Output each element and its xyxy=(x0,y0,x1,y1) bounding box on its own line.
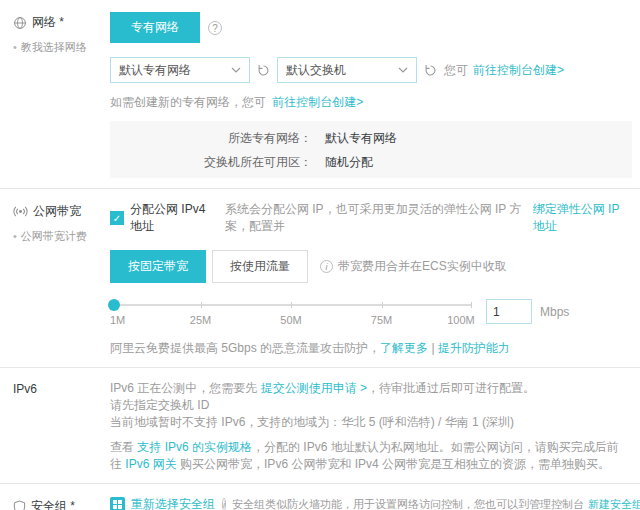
ipv6-title: IPv6 xyxy=(13,382,102,396)
create-vpc-hint-text: 如需创建新的专有网络，您可 xyxy=(110,95,266,109)
ipv6-gateway-link[interactable]: IPv6 网关 xyxy=(125,457,176,471)
boost-protection-link[interactable]: 提升防护能力 xyxy=(438,341,510,355)
ipv6-content: IPv6 正在公测中，您需要先 提交公测使用申请 >，待审批通过后即可进行配置。… xyxy=(102,368,640,483)
can-create-text: 您可 xyxy=(444,62,468,79)
bandwidth-value-input[interactable] xyxy=(486,299,532,324)
fixed-bandwidth-tab[interactable]: 按固定带宽 xyxy=(110,250,206,283)
tick-100m: 100M xyxy=(447,314,475,326)
vswitch-select-value: 默认交换机 xyxy=(286,62,346,79)
vpc-summary-box: 所选专有网络： 默认专有网络 交换机所在可用区： 随机分配 xyxy=(110,121,632,178)
vpc-select-value: 默认专有网络 xyxy=(119,62,191,79)
security-group-label-column: 安全组 * •安全组限制 •配置安全组 xyxy=(0,484,102,510)
bandwidth-title-text: 公网带宽 xyxy=(33,203,81,220)
section-ipv6: IPv6 IPv6 正在公测中，您需要先 提交公测使用申请 >，待审批通过后即可… xyxy=(0,367,640,483)
assign-ipv4-desc: 系统会分配公网 IP，也可采用更加灵活的弹性公网 IP 方案，配置并 xyxy=(225,201,530,235)
create-security-group-link[interactable]: 新建安全组> xyxy=(588,497,640,510)
network-title-text: 网络 * xyxy=(32,14,64,31)
network-content: 专有网络 ? 默认专有网络 默认交换机 您可 前往控 xyxy=(102,0,640,188)
tick-50m: 50M xyxy=(280,314,301,326)
grid-icon xyxy=(110,497,125,510)
section-security-group: 安全组 * •安全组限制 •配置安全组 重新选择安全组 i 安全组类似防火墙功能… xyxy=(0,483,640,510)
reselect-security-group-link[interactable]: 重新选择安全组 xyxy=(131,496,215,510)
security-group-title: 安全组 * xyxy=(13,498,102,510)
sg-desc-text: 安全组类似防火墙功能，用于设置网络访问控制，您也可以到管理控制台 xyxy=(232,497,584,510)
vpc-type-button[interactable]: 专有网络 xyxy=(110,12,200,43)
chevron-down-icon xyxy=(398,67,408,73)
ipv6-beta-text: IPv6 正在公测中，您需要先 xyxy=(110,381,261,395)
vswitch-zone-value: 随机分配 xyxy=(325,154,373,171)
network-label-column: 网络 * •教我选择网络 xyxy=(0,0,102,188)
fee-info-icon[interactable]: i xyxy=(320,260,333,273)
network-title: 网络 * xyxy=(13,14,102,31)
vswitch-refresh-icon[interactable] xyxy=(424,64,437,77)
create-vpc-console-link[interactable]: 前往控制台创建> xyxy=(272,95,363,109)
vswitch-zone-label: 交换机所在可用区： xyxy=(110,154,312,171)
selected-vpc-label: 所选专有网络： xyxy=(110,130,312,147)
sg-info-icon[interactable]: i xyxy=(222,498,226,510)
ipv6-instance-types-link[interactable]: 支持 IPv6 的实例规格 xyxy=(137,440,252,454)
vpc-select[interactable]: 默认专有网络 xyxy=(110,57,250,83)
ipv6-view-text: 查看 xyxy=(110,440,137,454)
vpc-refresh-icon[interactable] xyxy=(257,64,270,77)
chevron-down-icon xyxy=(231,67,241,73)
learn-more-link[interactable]: 了解更多 xyxy=(380,341,428,355)
bandwidth-content: ✓ 分配公网 IPv4地址 系统会分配公网 IP，也可采用更加灵活的弹性公网 I… xyxy=(102,189,640,367)
ipv6-vswitch-hint: 请先指定交换机 ID xyxy=(110,397,630,414)
section-network: 网络 * •教我选择网络 专有网络 ? 默认专有网络 默认交换机 xyxy=(0,0,640,188)
ipv6-beta-text-post: ，待审批通过后即可进行配置。 xyxy=(367,381,535,395)
ipv6-title-text: IPv6 xyxy=(13,382,37,396)
broadcast-icon xyxy=(13,205,28,218)
vswitch-select[interactable]: 默认交换机 xyxy=(277,57,417,83)
fee-note-text: 带宽费用合并在ECS实例中收取 xyxy=(338,258,507,275)
ddos-divider: | xyxy=(431,341,434,355)
ipv6-region-support-text: 当前地域暂时不支持 IPv6，支持的地域为：华北 5 (呼和浩特) / 华南 1… xyxy=(110,414,630,431)
submit-beta-application-link[interactable]: 提交公测使用申请 > xyxy=(261,381,367,395)
assign-ipv4-checkbox[interactable]: ✓ xyxy=(110,211,124,225)
section-bandwidth: 公网带宽 •公网带宽计费 ✓ 分配公网 IPv4地址 系统会分配公网 IP，也可… xyxy=(0,188,640,367)
goto-console-create-link[interactable]: 前往控制台创建> xyxy=(473,62,564,79)
bind-eip-link[interactable]: 绑定弹性公网 IP 地址 xyxy=(533,201,630,235)
bandwidth-slider[interactable]: 1M 25M 50M 75M 100M xyxy=(110,299,472,331)
ddos-note-text: 阿里云免费提供最高 5Gbps 的恶意流量攻击防护， xyxy=(110,341,380,355)
by-traffic-tab[interactable]: 按使用流量 xyxy=(212,250,308,283)
ecs-network-config-panel: 网络 * •教我选择网络 专有网络 ? 默认专有网络 默认交换机 xyxy=(0,0,640,510)
network-help-icon[interactable]: ? xyxy=(208,21,222,35)
slider-handle[interactable] xyxy=(108,299,120,311)
bandwidth-billing-link[interactable]: •公网带宽计费 xyxy=(13,229,102,244)
help-choose-network-link[interactable]: •教我选择网络 xyxy=(13,40,102,55)
bandwidth-title: 公网带宽 xyxy=(13,203,102,220)
assign-ipv4-label: 分配公网 IPv4地址 xyxy=(130,201,215,235)
tick-75m: 75M xyxy=(371,314,392,326)
bandwidth-unit-label: Mbps xyxy=(540,305,569,319)
ipv6-label-column: IPv6 xyxy=(0,368,102,483)
globe-icon xyxy=(13,16,27,30)
shield-icon xyxy=(13,500,26,510)
security-group-content: 重新选择安全组 i 安全组类似防火墙功能，用于设置网络访问控制，您也可以到管理控… xyxy=(102,484,640,510)
selected-vpc-value: 默认专有网络 xyxy=(325,130,397,147)
security-group-title-text: 安全组 * xyxy=(31,498,75,510)
tick-1m: 1M xyxy=(110,314,125,326)
ipv6-bandwidth-note-text: 购买公网带宽，IPv6 公网带宽和 IPv4 公网带宽是互相独立的资源，需单独购… xyxy=(177,457,610,471)
bandwidth-label-column: 公网带宽 •公网带宽计费 xyxy=(0,189,102,367)
tick-25m: 25M xyxy=(190,314,211,326)
